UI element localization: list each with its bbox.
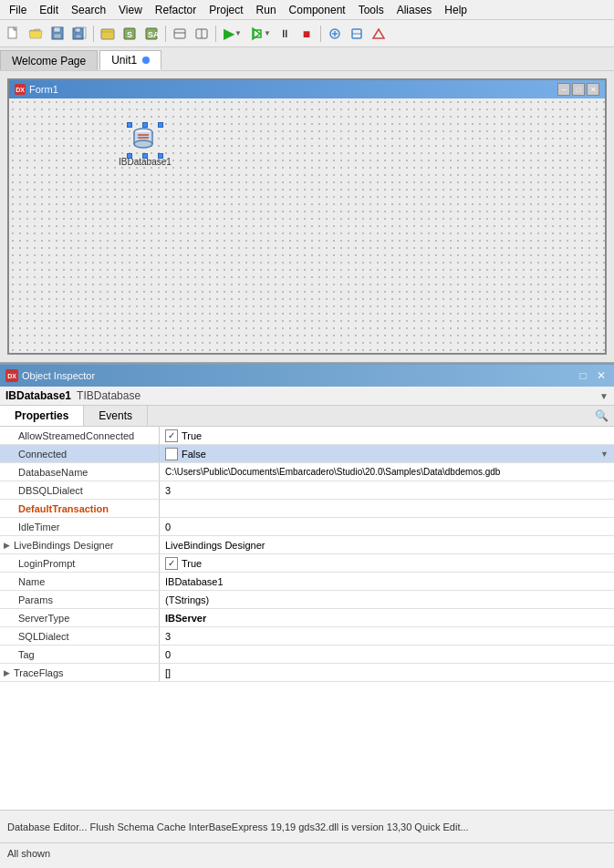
menu-edit[interactable]: Edit [34,2,64,18]
toolbar-toggle1-btn[interactable] [170,24,190,44]
prop-row-databasename[interactable]: DatabaseName C:\Users\Public\Documents\E… [0,463,614,481]
prop-row-tag[interactable]: Tag 0 [0,646,614,664]
toolbar-run-btn[interactable]: ▶ ▼ [220,24,245,44]
object-inspector: DX Object Inspector □ ✕ IBDatabase1 TIBD… [0,363,614,810]
inspector-tabs: Properties Events 🔍 [0,406,614,427]
pause-icon: ⏸ [279,27,290,40]
ibdatabase-component[interactable]: IBDatabase1 [119,126,172,167]
toolbar-toggle2-btn[interactable] [192,24,212,44]
menu-aliases[interactable]: Aliases [391,2,438,18]
status-text: Database Editor... Flush Schema Cache In… [7,822,469,832]
prop-row-dbsqldialect[interactable]: DBSQLDialect 3 [0,481,614,500]
prop-value-idletimer[interactable]: 0 [160,518,614,535]
menu-search[interactable]: Search [66,2,111,18]
connected-checkbox[interactable] [165,448,178,460]
prop-name-traceflags: ▶ TraceFlags [0,664,160,681]
connected-dropdown-arrow[interactable]: ▼ [600,450,609,459]
prop-value-name[interactable]: IBDatabase1 [160,573,614,590]
inspector-close-btn[interactable]: ✕ [594,368,609,383]
prop-value-defaulttransaction[interactable] [160,500,614,517]
prop-name-servertype: ServerType [0,609,160,626]
allowstreamedconnected-checkbox[interactable] [165,429,178,442]
inspector-tab-properties[interactable]: Properties [0,406,84,426]
prop-row-loginprompt[interactable]: LoginPrompt True [0,554,614,573]
inspector-component-type: TIBDatabase [77,389,140,402]
toolbar-saveas2-btn[interactable]: SA [141,24,161,44]
tab-welcome-page[interactable]: Welcome Page [0,50,98,70]
svg-rect-14 [174,29,185,38]
prop-row-connected[interactable]: Connected False ▼ [0,445,614,463]
menu-tools[interactable]: Tools [353,2,390,18]
prop-row-servertype[interactable]: ServerType IBServer [0,609,614,627]
prop-row-defaulttransaction[interactable]: DefaultTransaction [0,500,614,518]
sel-handle-tr [158,122,163,128]
inspector-tab-events[interactable]: Events [84,406,148,426]
traceflags-expand-arrow[interactable]: ▶ [4,668,10,677]
menu-run[interactable]: Run [251,2,282,18]
form-close-btn[interactable]: ✕ [587,83,599,96]
menu-file[interactable]: File [4,2,32,18]
prop-row-params[interactable]: Params (TStrings) [0,591,614,609]
svg-rect-3 [54,27,60,32]
loginprompt-checkbox[interactable] [165,557,178,570]
menu-refactor[interactable]: Refactor [150,2,202,18]
prop-row-traceflags[interactable]: ▶ TraceFlags [] [0,664,614,682]
svg-rect-4 [54,34,61,38]
prop-row-idletimer[interactable]: IdleTimer 0 [0,518,614,536]
svg-rect-9 [101,29,114,39]
inspector-search-icon[interactable]: 🔍 [595,409,609,422]
prop-row-sqldialect[interactable]: SQLDialect 3 [0,627,614,646]
toolbar-saveall-btn[interactable] [69,24,89,44]
prop-value-allowstreamedconnected[interactable]: True [160,427,614,444]
menu-component[interactable]: Component [284,2,351,18]
menu-help[interactable]: Help [439,2,473,18]
toolbar-stop-btn[interactable]: ■ [297,24,317,44]
status-bar-bottom: All shown [0,842,614,863]
stop-icon: ■ [303,26,310,41]
prop-value-loginprompt[interactable]: True [160,554,614,572]
inspector-maximize-btn[interactable]: □ [576,368,590,383]
form-title-text: Form1 [29,84,557,95]
inspector-component-dropdown-arrow[interactable]: ▼ [599,391,609,401]
toolbar-save-btn[interactable] [47,24,68,44]
prop-value-tag[interactable]: 0 [160,646,614,663]
tab-unit1[interactable]: Unit1 [99,50,161,70]
form-body[interactable]: IBDatabase1 [9,98,605,353]
prop-row-livebindings[interactable]: ▶ LiveBindings Designer LiveBindings Des… [0,536,614,554]
sel-handle-bc [142,153,148,159]
toolbar-sep-2 [165,26,166,42]
prop-value-traceflags[interactable]: [] [160,664,614,681]
tab-bar: Welcome Page Unit1 [0,47,614,71]
prop-value-dbsqldialect[interactable]: 3 [160,481,614,499]
toolbar-d2-btn[interactable] [347,24,367,44]
prop-value-livebindings[interactable]: LiveBindings Designer [160,536,614,553]
toolbar-new-btn[interactable] [4,24,24,44]
livebindings-expand-arrow[interactable]: ▶ [4,541,10,550]
prop-row-allowstreamedconnected[interactable]: AllowStreamedConnected True [0,427,614,445]
db-icon [130,126,156,151]
toolbar-d1-btn[interactable] [325,24,345,44]
inspector-component-selector[interactable]: IBDatabase1 TIBDatabase ▼ [0,387,614,406]
toolbar-saveas-btn[interactable]: S [120,24,140,44]
prop-value-sqldialect[interactable]: 3 [160,627,614,645]
toolbar-d3-btn[interactable] [369,24,389,44]
svg-point-23 [134,140,152,148]
form-maximize-btn[interactable]: □ [572,83,585,96]
inspector-search-area: 🔍 [589,406,614,426]
toolbar-open2-btn[interactable] [98,24,118,44]
form-minimize-btn[interactable]: ─ [557,83,570,96]
component-icon-area [130,126,160,155]
prop-row-name[interactable]: Name IBDatabase1 [0,573,614,591]
prop-value-connected[interactable]: False ▼ [160,445,614,462]
toolbar-pause-btn[interactable]: ⏸ [275,24,295,44]
form-title-buttons: ─ □ ✕ [557,83,599,96]
prop-value-servertype[interactable]: IBServer [160,609,614,626]
prop-value-databasename[interactable]: C:\Users\Public\Documents\Embarcadero\St… [160,463,614,480]
menu-project[interactable]: Project [203,2,248,18]
form-window: DX Form1 ─ □ ✕ [7,78,607,355]
toolbar-debug-btn[interactable]: ▼ [247,24,273,44]
prop-name-tag: Tag [0,646,160,663]
toolbar-open-btn[interactable] [26,24,46,44]
prop-value-params[interactable]: (TStrings) [160,591,614,608]
menu-view[interactable]: View [113,2,148,18]
